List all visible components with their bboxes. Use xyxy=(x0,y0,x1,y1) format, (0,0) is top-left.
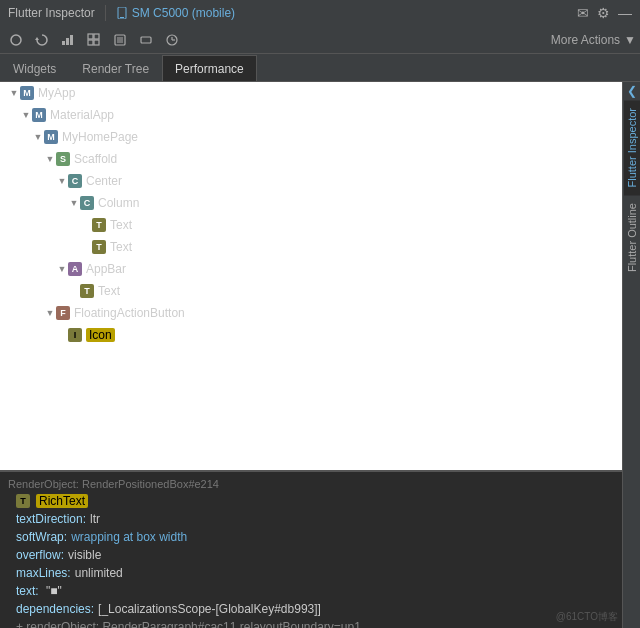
svg-rect-5 xyxy=(66,38,69,45)
richtext-row[interactable]: T RichText xyxy=(0,492,622,510)
arrow-myhomepage xyxy=(32,131,44,143)
badge-appbar: A xyxy=(68,262,82,276)
tree-item-icon[interactable]: I Icon xyxy=(0,324,622,346)
richtext-label: RichText xyxy=(36,494,88,508)
detail-header: RenderObject: RenderPositionedBox#e214 xyxy=(0,476,622,492)
arrow-column xyxy=(68,197,80,209)
tree-item-scaffold[interactable]: S Scaffold xyxy=(0,148,622,170)
label-myhomepage: MyHomePage xyxy=(62,130,138,144)
sidebar-chevron[interactable]: ❮ xyxy=(625,82,639,100)
svg-point-2 xyxy=(11,35,21,45)
badge-text1: T xyxy=(92,218,106,232)
label-fab: FloatingActionButton xyxy=(74,306,185,320)
svg-rect-13 xyxy=(141,37,151,43)
main-content: M MyApp M MaterialApp M MyHomePage S Sca… xyxy=(0,82,640,628)
arrow-myapp xyxy=(8,87,20,99)
sidebar-tab-flutter-outline[interactable]: Flutter Outline xyxy=(624,195,640,280)
prop-textdirection: textDirection: ltr xyxy=(0,510,622,528)
device-info: SM C5000 (mobile) xyxy=(116,6,235,20)
label-text1: Text xyxy=(110,218,132,232)
tree-item-fab[interactable]: F FloatingActionButton xyxy=(0,302,622,324)
arrow-center xyxy=(56,175,68,187)
tabs-bar: Widgets Render Tree Performance xyxy=(0,54,640,82)
home-btn[interactable] xyxy=(4,29,28,51)
badge-icon: I xyxy=(68,328,82,342)
refresh-btn[interactable] xyxy=(30,29,54,51)
tree-item-myapp[interactable]: M MyApp xyxy=(0,82,622,104)
prop-overflow: overflow: visible xyxy=(0,546,622,564)
label-column: Column xyxy=(98,196,139,210)
message-icon[interactable]: ✉ xyxy=(577,5,589,21)
minimize-icon[interactable]: — xyxy=(618,5,632,21)
prop-text: text: "■" xyxy=(0,582,622,600)
arrow-text1 xyxy=(80,219,92,231)
badge-center: C xyxy=(68,174,82,188)
label-appbar-text: Text xyxy=(98,284,120,298)
tree-item-column[interactable]: C Column xyxy=(0,192,622,214)
tree-and-detail: M MyApp M MaterialApp M MyHomePage S Sca… xyxy=(0,82,622,628)
tab-widgets[interactable]: Widgets xyxy=(0,55,69,81)
badge-appbar-text: T xyxy=(80,284,94,298)
right-sidebar: ❮ Flutter Inspector Flutter Outline xyxy=(622,82,640,628)
toolbar: More Actions ▼ xyxy=(0,26,640,54)
svg-rect-10 xyxy=(94,40,99,45)
svg-marker-3 xyxy=(35,37,39,40)
badge-scaffold: S xyxy=(56,152,70,166)
title-bar: Flutter Inspector SM C5000 (mobile) ✉ ⚙ … xyxy=(0,0,640,26)
bar-chart-btn[interactable] xyxy=(56,29,80,51)
arrow-appbar xyxy=(56,263,68,275)
detail-panel: RenderObject: RenderPositionedBox#e214 T… xyxy=(0,472,622,628)
svg-rect-12 xyxy=(117,37,123,43)
sidebar-tab-flutter-inspector[interactable]: Flutter Inspector xyxy=(624,100,640,195)
arrow-fab xyxy=(44,307,56,319)
grid-btn[interactable] xyxy=(82,29,106,51)
svg-rect-6 xyxy=(70,35,73,45)
chevron-down-icon: ▼ xyxy=(624,33,636,47)
resize-btn[interactable] xyxy=(134,29,158,51)
label-appbar: AppBar xyxy=(86,262,126,276)
tree-item-center[interactable]: C Center xyxy=(0,170,622,192)
badge-text2: T xyxy=(92,240,106,254)
badge-myapp: M xyxy=(20,86,34,100)
tree-item-myhomepage[interactable]: M MyHomePage xyxy=(0,126,622,148)
badge-column: C xyxy=(80,196,94,210)
clock-btn[interactable] xyxy=(160,29,184,51)
tree-item-materialapp[interactable]: M MaterialApp xyxy=(0,104,622,126)
richtext-badge: T xyxy=(16,494,30,508)
label-text2: Text xyxy=(110,240,132,254)
label-materialapp: MaterialApp xyxy=(50,108,114,122)
badge-materialapp: M xyxy=(32,108,46,122)
prop-dependencies: dependencies: [_LocalizationsScope-[Glob… xyxy=(0,600,622,618)
svg-rect-4 xyxy=(62,41,65,45)
svg-rect-1 xyxy=(120,17,124,18)
svg-rect-9 xyxy=(88,40,93,45)
prop-renderobject: + renderObject: RenderParagraph#cac11 re… xyxy=(0,618,622,628)
arrow-materialapp xyxy=(20,109,32,121)
label-center: Center xyxy=(86,174,122,188)
widget-tree: M MyApp M MaterialApp M MyHomePage S Sca… xyxy=(0,82,622,472)
svg-rect-8 xyxy=(94,34,99,39)
badge-myhomepage: M xyxy=(44,130,58,144)
tab-render-tree[interactable]: Render Tree xyxy=(69,55,162,81)
title-bar-actions: ✉ ⚙ — xyxy=(577,5,632,21)
tab-performance[interactable]: Performance xyxy=(162,55,257,81)
tree-item-appbar-text[interactable]: T Text xyxy=(0,280,622,302)
label-icon: Icon xyxy=(86,328,115,342)
arrow-text2 xyxy=(80,241,92,253)
flutter-inspector-title: Flutter Inspector xyxy=(8,6,95,20)
svg-rect-7 xyxy=(88,34,93,39)
prop-softwrap: softWrap: wrapping at box width xyxy=(0,528,622,546)
divider xyxy=(105,5,106,21)
widget-btn[interactable] xyxy=(108,29,132,51)
label-myapp: MyApp xyxy=(38,86,75,100)
arrow-appbar-text xyxy=(68,285,80,297)
arrow-icon xyxy=(56,329,68,341)
prop-maxlines: maxLines: unlimited xyxy=(0,564,622,582)
tree-item-text1[interactable]: T Text xyxy=(0,214,622,236)
more-actions[interactable]: More Actions ▼ xyxy=(551,33,636,47)
tree-item-text2[interactable]: T Text xyxy=(0,236,622,258)
phone-icon xyxy=(116,7,128,19)
settings-icon[interactable]: ⚙ xyxy=(597,5,610,21)
tree-item-appbar[interactable]: A AppBar xyxy=(0,258,622,280)
label-scaffold: Scaffold xyxy=(74,152,117,166)
